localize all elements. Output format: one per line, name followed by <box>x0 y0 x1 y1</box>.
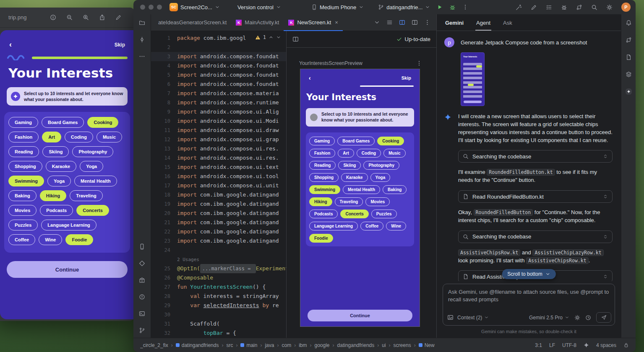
code-line[interactable]: 29 var selectedInterests by re <box>151 301 286 310</box>
code-line[interactable]: 4import androidx.compose.foundat <box>151 61 286 70</box>
zoom-in-icon[interactable] <box>83 14 89 21</box>
interest-chip[interactable]: Baking <box>383 185 407 194</box>
send-button[interactable] <box>596 312 611 323</box>
interest-chip[interactable]: Reading <box>8 146 39 157</box>
problems-icon[interactable] <box>139 294 145 300</box>
code-line[interactable]: 15import androidx.compose.ui.text <box>151 163 286 172</box>
context-selector[interactable]: Context (2) <box>457 315 489 321</box>
interest-chip[interactable]: Art <box>338 149 354 158</box>
code-line[interactable]: 28 val interests = stringArray <box>151 292 286 301</box>
expand-collapse-icon[interactable] <box>603 234 608 239</box>
code-line[interactable]: 5import androidx.compose.foundat <box>151 70 286 80</box>
profile-avatar[interactable]: P <box>621 3 631 12</box>
attached-screenshot-thumbnail[interactable]: Your Interests <box>461 52 485 106</box>
code-line[interactable]: 16import androidx.compose.ui.tool <box>151 172 286 181</box>
code-line[interactable]: 8import androidx.compose.runtime <box>151 98 286 107</box>
tab-ask[interactable]: Ask <box>503 20 512 31</box>
interest-chip[interactable]: Yoga <box>47 176 71 186</box>
tool-call-card[interactable]: Searching the codebase <box>458 150 613 163</box>
interest-chip[interactable]: Yoga <box>80 161 103 172</box>
interest-chip[interactable]: Gaming <box>309 137 335 145</box>
minimize-window-button[interactable] <box>149 5 154 10</box>
interest-chip[interactable]: Podcasts <box>309 210 338 218</box>
interest-chip[interactable]: Karaoke <box>341 173 368 182</box>
gemini-icon[interactable] <box>626 88 632 95</box>
expand-collapse-icon[interactable] <box>603 154 608 159</box>
code-line[interactable]: 13import androidx.compose.ui.res. <box>151 144 286 153</box>
device-explorer-icon[interactable] <box>626 54 632 60</box>
interest-chip[interactable]: Skiing <box>338 161 361 170</box>
code-line[interactable]: 30 <box>151 310 286 319</box>
interest-chip[interactable]: Photography <box>363 161 399 170</box>
resource-manager-icon[interactable] <box>626 71 632 78</box>
more-actions-button[interactable] <box>459 3 472 11</box>
tool-call-card[interactable]: Read RoundedFilledButton.kt <box>458 190 613 203</box>
interest-chip[interactable]: Puzzles <box>371 210 397 218</box>
interest-chip[interactable]: Mental Health <box>74 176 117 186</box>
interest-chip[interactable]: Traveling <box>70 190 102 201</box>
code-line[interactable]: 22import com.ibm.google.datingand <box>151 227 286 236</box>
prev-issue-icon[interactable] <box>269 35 274 40</box>
scroll-to-bottom-button[interactable]: Scroll to bottom <box>502 269 555 279</box>
interest-chip[interactable]: Podcasts <box>40 205 73 216</box>
preview-options-icon[interactable] <box>416 60 422 66</box>
model-selector[interactable]: Gemini 2.5 Pro <box>529 315 569 321</box>
editor-tab[interactable]: KNewScreen.kt× <box>284 14 343 31</box>
version-control-icon[interactable] <box>139 327 145 334</box>
sync-icon[interactable] <box>576 4 582 10</box>
code-line[interactable]: 25@OptIn(...markerClass = Experiment <box>151 264 286 273</box>
breadcrumb-item[interactable]: google <box>314 342 329 348</box>
interest-chip[interactable]: Music <box>96 132 122 142</box>
profiler-icon[interactable] <box>561 4 567 10</box>
code-line[interactable]: 10import androidx.compose.ui.Modi <box>151 116 286 126</box>
tab-agent[interactable]: Agent <box>476 20 490 31</box>
interest-chip[interactable]: Puzzles <box>8 220 38 230</box>
gemini-input[interactable]: Ask Gemini, use @filename to attach sour… <box>443 284 615 326</box>
interest-chip[interactable]: Art <box>42 132 61 142</box>
breadcrumb-item[interactable]: screens <box>394 342 411 348</box>
code-line[interactable]: 27fun YourInterestsScreen() { <box>151 282 286 292</box>
settings-icon[interactable] <box>606 4 613 10</box>
inspection-widget[interactable]: 1 <box>252 33 284 41</box>
caret-position[interactable]: 3:1 <box>535 342 542 348</box>
interest-chip[interactable]: Reading <box>309 161 336 170</box>
interest-chip[interactable]: Shopping <box>309 173 339 182</box>
terminal-icon[interactable] <box>139 311 145 317</box>
expand-collapse-icon[interactable] <box>603 274 608 279</box>
code-editor[interactable]: 1package com.ibm.googl23import androidx.… <box>151 31 286 338</box>
close-window-button[interactable] <box>140 5 145 10</box>
gemini-settings-icon[interactable] <box>574 315 580 321</box>
interest-chip[interactable]: Wine <box>39 234 62 245</box>
interest-chip[interactable]: Cooking <box>87 117 118 128</box>
code-assist-icon[interactable] <box>531 4 537 10</box>
breadcrumb-item[interactable]: main <box>240 342 257 348</box>
code-line[interactable]: 26@Composable <box>151 273 286 282</box>
split-view-icon[interactable] <box>292 36 299 42</box>
interest-chip[interactable]: Language Learning <box>309 222 358 230</box>
interest-chip[interactable]: Hiking <box>309 197 332 206</box>
code-line[interactable]: 19import com.ibm.google.datingand <box>151 199 286 209</box>
running-devices-icon[interactable] <box>139 243 145 250</box>
interest-chip[interactable]: Movies <box>8 205 37 216</box>
code-line[interactable]: 14import androidx.compose.ui.res. <box>151 153 286 163</box>
code-line[interactable]: 3import androidx.compose.foundat <box>151 52 286 61</box>
interest-chip[interactable]: Coding <box>65 132 93 142</box>
tool-call-card[interactable]: Searching the codebase <box>458 230 613 243</box>
code-line[interactable]: 6import androidx.compose.foundat <box>151 80 286 89</box>
code-line[interactable]: 11import androidx.compose.ui.draw <box>151 126 286 135</box>
breadcrumb-item[interactable]: datingandfriends <box>337 342 375 348</box>
breadcrumb-item[interactable]: New <box>419 342 435 348</box>
indent-setting[interactable]: 4 spaces <box>596 342 616 348</box>
interest-chip[interactable]: Gaming <box>8 117 38 128</box>
breadcrumb-item[interactable]: _circle_2_fix <box>140 342 168 348</box>
code-line[interactable]: 18import com.ibm.google.datingand <box>151 190 286 199</box>
zoom-window-button[interactable] <box>157 5 162 10</box>
zoom-out-icon[interactable] <box>66 14 73 21</box>
notifications-icon[interactable] <box>626 20 632 26</box>
interest-chip[interactable]: Swimming <box>309 185 340 194</box>
editor-tab[interactable]: ateIdeasGeneratorScreen.kt <box>154 14 231 31</box>
run-button[interactable] <box>433 3 446 11</box>
code-line[interactable]: 7import androidx.compose.materia <box>151 89 286 98</box>
interest-chip[interactable]: Coffee <box>8 234 35 245</box>
open-editors-icon[interactable] <box>386 19 393 26</box>
